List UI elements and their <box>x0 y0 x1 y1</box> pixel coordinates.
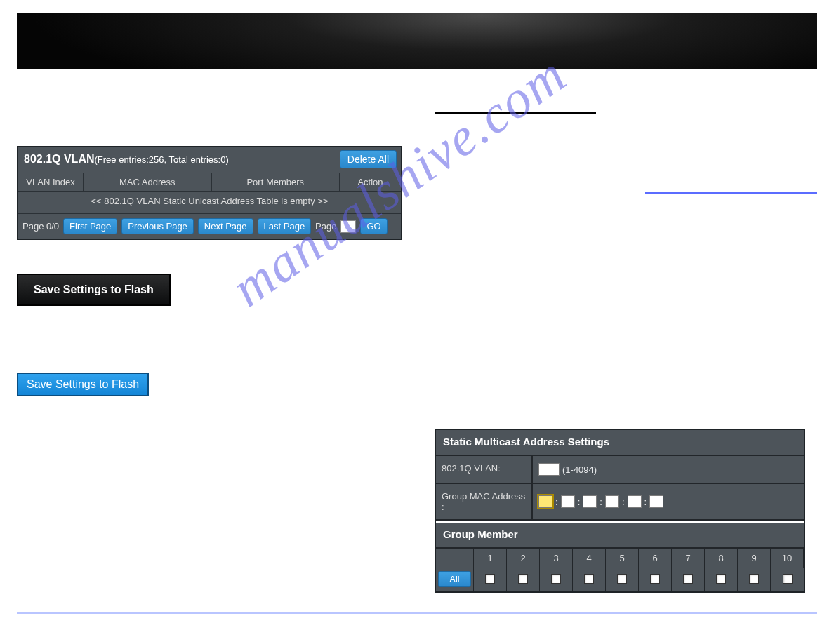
port-header-8: 8 <box>705 549 738 568</box>
page-input-label: Page <box>315 221 336 232</box>
multicast-settings-panel: Static Multicast Address Settings 802.1Q… <box>435 429 805 593</box>
port-2-checkbox[interactable] <box>518 574 528 584</box>
col-header-vlan-index: VLAN Index <box>18 173 84 191</box>
port-5-checkbox[interactable] <box>617 574 627 584</box>
mac-sep: : <box>644 497 647 507</box>
port-4-checkbox[interactable] <box>584 574 594 584</box>
group-member-title: Group Member <box>436 521 804 549</box>
vlan-title-tail: (Free entries:256, Total entries:0) <box>94 154 228 165</box>
port-header-1: 1 <box>474 549 507 568</box>
port-8-checkbox[interactable] <box>716 574 726 584</box>
mac-octet-2-input[interactable] <box>561 495 575 508</box>
mac-sep: : <box>600 497 602 507</box>
page-input[interactable] <box>340 220 356 233</box>
port-10-checkbox[interactable] <box>783 574 793 584</box>
last-page-button[interactable]: Last Page <box>258 218 312 234</box>
port-header-blank <box>436 549 474 568</box>
port-9-checkbox[interactable] <box>749 574 759 584</box>
port-3-checkbox[interactable] <box>551 574 561 584</box>
vlan-title-bold: 802.1Q VLAN <box>24 153 94 165</box>
next-page-button[interactable]: Next Page <box>198 218 253 234</box>
port-header-5: 5 <box>606 549 639 568</box>
first-page-button[interactable]: First Page <box>63 218 117 234</box>
link-underline-placeholder <box>645 185 817 194</box>
save-settings-blue-button[interactable]: Save Settings to Flash <box>17 373 149 396</box>
group-mac-label: Group MAC Address : <box>436 484 533 519</box>
section-underline-right <box>435 104 596 114</box>
port-header-4: 4 <box>573 549 606 568</box>
mac-sep: : <box>578 497 581 507</box>
vlan-title: 802.1Q VLAN(Free entries:256, Total entr… <box>24 153 229 166</box>
mac-octet-3-input[interactable] <box>583 495 597 508</box>
port-header-6: 6 <box>639 549 672 568</box>
mac-octet-4-input[interactable] <box>605 495 619 508</box>
port-1-checkbox[interactable] <box>485 574 495 584</box>
mac-sep: : <box>555 497 558 507</box>
port-6-checkbox[interactable] <box>650 574 660 584</box>
port-header-2: 2 <box>507 549 540 568</box>
port-header-9: 9 <box>738 549 771 568</box>
page-of-label: Page 0/0 <box>22 221 59 232</box>
vlan-id-range: (1-4094) <box>562 464 597 475</box>
save-settings-black-button[interactable]: Save Settings to Flash <box>17 274 171 306</box>
port-header-3: 3 <box>540 549 573 568</box>
vlan-table-panel: 802.1Q VLAN(Free entries:256, Total entr… <box>17 146 402 240</box>
port-7-checkbox[interactable] <box>683 574 693 584</box>
go-button[interactable]: GO <box>360 218 387 234</box>
mac-octet-1-input[interactable] <box>538 495 552 508</box>
delete-all-button[interactable]: Delete All <box>340 150 397 168</box>
port-header-7: 7 <box>672 549 705 568</box>
footer-divider <box>17 612 817 614</box>
vlan-id-input[interactable] <box>538 463 560 476</box>
vlan-table-empty-message: << 802.1Q VLAN Static Unicast Address Ta… <box>18 192 401 214</box>
vlan-id-label: 802.1Q VLAN: <box>436 456 533 483</box>
mac-octet-5-input[interactable] <box>628 495 642 508</box>
multicast-settings-title: Static Multicast Address Settings <box>436 430 804 456</box>
port-header-10: 10 <box>771 549 804 568</box>
previous-page-button[interactable]: Previous Page <box>121 218 194 234</box>
col-header-action: Action <box>340 173 401 191</box>
mac-octet-6-input[interactable] <box>649 495 663 508</box>
header-banner <box>17 13 817 69</box>
mac-sep: : <box>622 497 625 507</box>
col-header-mac: MAC Address <box>84 173 212 191</box>
col-header-members: Port Members <box>212 173 340 191</box>
select-all-ports-button[interactable]: All <box>438 571 471 587</box>
